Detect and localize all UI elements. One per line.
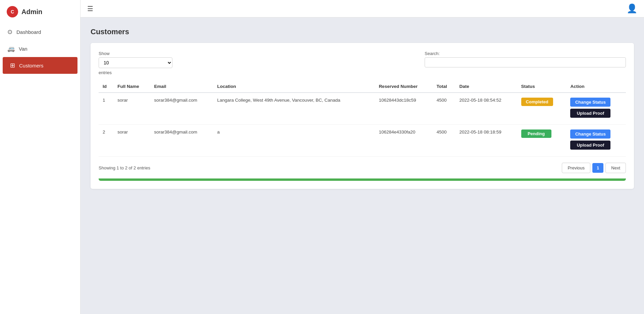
cell-email: sorar384@gmail.com: [150, 93, 213, 125]
show-section: Show 10 25 50 100 entries: [99, 51, 172, 75]
customers-table: Id Full Name Email Location Reserved Num…: [99, 81, 626, 157]
content-area: Customers Show 10 25 50 100 entries: [80, 17, 644, 314]
change-status-button[interactable]: Change Status: [570, 129, 610, 139]
cell-total: 4500: [432, 93, 455, 125]
customers-icon: ⊞: [10, 62, 15, 69]
sidebar-item-dashboard-label: Dashboard: [16, 29, 41, 35]
page-1-button[interactable]: 1: [592, 163, 603, 173]
table-row: 2 sorar sorar384@gmail.com a 106284e4330…: [99, 125, 626, 157]
page-title: Customers: [91, 28, 634, 36]
logo-text: Admin: [21, 8, 42, 16]
cell-location: Langara College, West 49th Avenue, Vanco…: [213, 93, 375, 125]
show-label: Show: [99, 51, 172, 56]
upload-proof-button[interactable]: Upload Proof: [570, 141, 610, 150]
pagination: Previous 1 Next: [562, 163, 626, 173]
cell-reserved-number: 106284e4330fa20: [375, 125, 432, 157]
entries-text: entries: [99, 70, 172, 75]
cell-action: Change Status Upload Proof: [566, 125, 626, 157]
cell-date: 2022-05-18 08:54:52: [455, 93, 517, 125]
cell-email: sorar384@gmail.com: [150, 125, 213, 157]
customers-card: Show 10 25 50 100 entries Search:: [91, 43, 634, 189]
logo-icon: C: [7, 6, 18, 17]
cell-status: Pending: [517, 125, 567, 157]
upload-proof-button[interactable]: Upload Proof: [570, 109, 610, 118]
sidebar-item-van[interactable]: 🚐 Van: [0, 40, 80, 57]
cell-action: Change Status Upload Proof: [566, 93, 626, 125]
col-email: Email: [150, 81, 213, 93]
status-badge: Completed: [521, 98, 553, 106]
logo-letter: C: [11, 9, 14, 14]
showing-text: Showing 1 to 2 of 2 entries: [99, 165, 150, 170]
col-status: Status: [517, 81, 567, 93]
col-full-name: Full Name: [113, 81, 150, 93]
cell-full-name: sorar: [113, 93, 150, 125]
cell-reserved-number: 10628443dc18c59: [375, 93, 432, 125]
cell-date: 2022-05-18 08:18:59: [455, 125, 517, 157]
change-status-button[interactable]: Change Status: [570, 98, 610, 107]
col-id: Id: [99, 81, 113, 93]
green-progress-bar: [99, 178, 626, 181]
sidebar: C Admin ⊙ Dashboard 🚐 Van ⊞ Customers: [0, 0, 80, 314]
sidebar-item-dashboard[interactable]: ⊙ Dashboard: [0, 23, 80, 40]
cell-location: a: [213, 125, 375, 157]
sidebar-item-van-label: Van: [19, 46, 28, 52]
search-input[interactable]: [425, 57, 626, 67]
sidebar-item-customers[interactable]: ⊞ Customers: [3, 57, 77, 74]
next-button[interactable]: Next: [605, 163, 626, 173]
col-reserved-number: Reserved Number: [375, 81, 432, 93]
col-location: Location: [213, 81, 375, 93]
col-date: Date: [455, 81, 517, 93]
table-body: 1 sorar sorar384@gmail.com Langara Colle…: [99, 93, 626, 157]
van-icon: 🚐: [7, 45, 15, 52]
search-label: Search:: [425, 51, 626, 56]
col-action: Action: [566, 81, 626, 93]
topbar: ☰ 👤: [80, 0, 644, 17]
show-entries-select[interactable]: 10 25 50 100: [99, 57, 172, 68]
cell-status: Completed: [517, 93, 567, 125]
table-row: 1 sorar sorar384@gmail.com Langara Colle…: [99, 93, 626, 125]
hamburger-icon[interactable]: ☰: [87, 5, 93, 13]
main-content: ☰ 👤 Customers Show 10 25 50 100 ent: [80, 0, 644, 314]
table-controls: Show 10 25 50 100 entries Search:: [99, 51, 626, 75]
dashboard-icon: ⊙: [7, 28, 12, 36]
status-badge: Pending: [521, 129, 551, 138]
table-header-row: Id Full Name Email Location Reserved Num…: [99, 81, 626, 93]
col-total: Total: [432, 81, 455, 93]
user-account-icon[interactable]: 👤: [627, 3, 637, 14]
cell-total: 4500: [432, 125, 455, 157]
sidebar-item-customers-label: Customers: [19, 63, 44, 68]
cell-id: 2: [99, 125, 113, 157]
logo-area: C Admin: [0, 0, 80, 23]
cell-id: 1: [99, 93, 113, 125]
search-section: Search:: [425, 51, 626, 67]
table-footer: Showing 1 to 2 of 2 entries Previous 1 N…: [99, 163, 626, 173]
previous-button[interactable]: Previous: [562, 163, 590, 173]
cell-full-name: sorar: [113, 125, 150, 157]
